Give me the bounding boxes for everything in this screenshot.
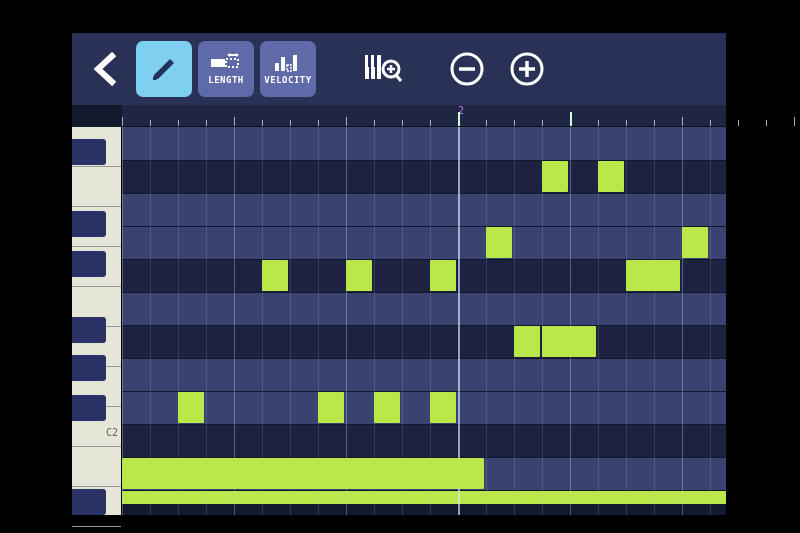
black-key[interactable] [72, 355, 106, 381]
svg-rect-10 [293, 55, 297, 71]
zoom-in-button[interactable] [500, 41, 554, 97]
svg-marker-5 [227, 53, 230, 57]
pencil-icon [149, 54, 179, 84]
midi-note[interactable] [542, 326, 596, 357]
velocity-label: VELOCITY [264, 75, 311, 85]
toolbar: LENGTH VELOCITY [72, 33, 726, 105]
black-key[interactable] [72, 489, 106, 515]
midi-note[interactable] [374, 392, 400, 423]
black-key[interactable] [72, 211, 106, 237]
length-icon [209, 53, 243, 73]
svg-rect-14 [368, 55, 371, 67]
midi-note[interactable] [598, 161, 624, 192]
midi-note[interactable] [122, 458, 484, 489]
zoom-out-button[interactable] [440, 41, 494, 97]
plus-circle-icon [507, 49, 547, 89]
svg-rect-7 [275, 63, 279, 71]
length-label: LENGTH [208, 75, 244, 85]
svg-rect-15 [374, 55, 377, 67]
zoom-keyboard-button[interactable] [358, 41, 408, 97]
midi-note[interactable] [542, 161, 568, 192]
black-key[interactable] [72, 251, 106, 277]
svg-rect-9 [287, 65, 291, 71]
back-button[interactable] [82, 41, 130, 97]
pencil-tool-button[interactable] [136, 41, 192, 97]
midi-note[interactable] [430, 392, 456, 423]
time-ruler[interactable]: 2 [122, 105, 726, 127]
zoom-keys-icon [363, 51, 403, 87]
midi-note[interactable] [346, 260, 372, 291]
velocity-tool-button[interactable]: VELOCITY [260, 41, 316, 97]
note-grid[interactable] [122, 127, 726, 515]
key-label-c2: C2 [106, 427, 118, 438]
length-tool-button[interactable]: LENGTH [198, 41, 254, 97]
midi-note[interactable] [178, 392, 204, 423]
black-key[interactable] [72, 317, 106, 343]
piano-keys[interactable]: C2 [72, 127, 122, 515]
svg-marker-0 [154, 59, 174, 79]
black-key[interactable] [72, 395, 106, 421]
velocity-icon [273, 53, 303, 73]
minus-circle-icon [447, 49, 487, 89]
chevron-left-icon [92, 52, 120, 86]
piano-roll-screen: LENGTH VELOCITY [72, 33, 726, 515]
svg-line-17 [396, 75, 401, 81]
midi-note[interactable] [430, 260, 456, 291]
svg-rect-8 [281, 57, 285, 71]
svg-rect-2 [211, 59, 225, 67]
midi-note[interactable] [262, 260, 288, 291]
svg-marker-6 [236, 53, 239, 57]
midi-note[interactable] [318, 392, 344, 423]
svg-rect-3 [226, 59, 238, 67]
midi-note[interactable] [514, 326, 540, 357]
svg-rect-13 [377, 55, 381, 79]
black-key[interactable] [72, 139, 106, 165]
midi-note[interactable] [486, 227, 512, 258]
midi-note[interactable] [626, 260, 680, 291]
editor-main: C2 [72, 127, 726, 515]
midi-note[interactable] [682, 227, 708, 258]
